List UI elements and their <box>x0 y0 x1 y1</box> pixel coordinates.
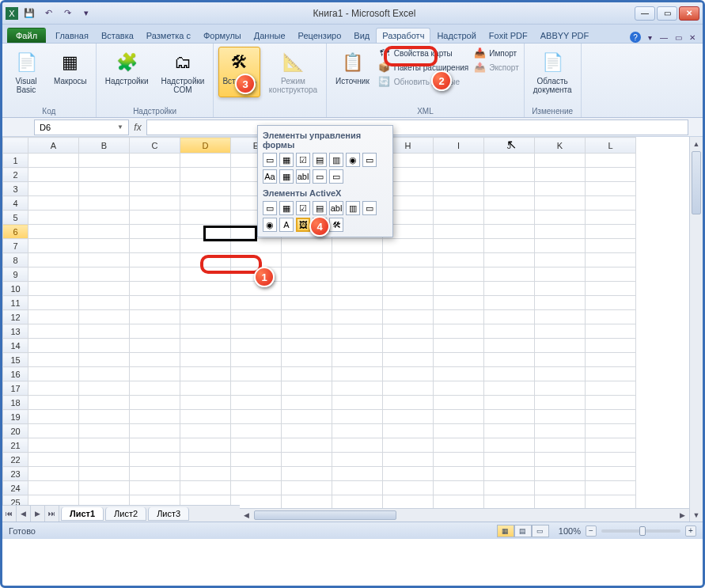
row-header-18[interactable]: 18 <box>3 396 28 410</box>
cell-A3[interactable] <box>28 182 79 196</box>
cell-L21[interactable] <box>586 438 636 453</box>
cell-C9[interactable] <box>130 267 180 282</box>
cell-F20[interactable] <box>282 424 332 438</box>
cell-E16[interactable] <box>231 367 282 381</box>
qat-undo-icon[interactable]: ↶ <box>40 6 56 21</box>
cell-H23[interactable] <box>383 467 434 481</box>
cell-K18[interactable] <box>535 396 586 410</box>
cell-I16[interactable] <box>434 367 484 381</box>
cell-B21[interactable] <box>79 438 130 453</box>
cell-A24[interactable] <box>28 481 79 495</box>
cell-J25[interactable] <box>484 495 535 510</box>
vscroll-up-icon[interactable]: ▲ <box>690 137 703 150</box>
cell-K8[interactable] <box>535 253 586 267</box>
cell-I12[interactable] <box>434 310 484 324</box>
doc-minimize-icon[interactable]: — <box>658 32 669 43</box>
row-header-12[interactable]: 12 <box>3 310 28 324</box>
row-header-7[interactable]: 7 <box>3 239 28 253</box>
view-pagebreak-button[interactable]: ▭ <box>532 525 549 537</box>
design-mode-button[interactable]: 📐 Режим конструктора <box>265 47 321 97</box>
cell-I21[interactable] <box>434 438 484 453</box>
cell-E19[interactable] <box>231 410 282 424</box>
qat-save-icon[interactable]: 💾 <box>21 6 37 21</box>
sheet-tab-3[interactable]: Лист3 <box>148 507 189 521</box>
cell-F15[interactable] <box>282 353 332 367</box>
row-header-6[interactable]: 6 <box>3 225 28 239</box>
cell-F19[interactable] <box>282 410 332 424</box>
form-control-item-6[interactable]: ▭ <box>362 153 377 167</box>
row-header-9[interactable]: 9 <box>3 267 28 282</box>
cell-L6[interactable] <box>586 225 636 239</box>
cell-G25[interactable] <box>332 495 383 510</box>
cell-H13[interactable] <box>383 324 434 339</box>
tab-review[interactable]: Рецензиро <box>292 28 348 43</box>
fx-icon[interactable]: fx <box>129 122 146 133</box>
cell-A9[interactable] <box>28 267 79 282</box>
cell-H17[interactable] <box>383 381 434 396</box>
document-panel-button[interactable]: 📄 Область документа <box>529 47 576 97</box>
cell-B24[interactable] <box>79 481 130 495</box>
hscroll-thumb[interactable] <box>254 510 396 520</box>
cell-D20[interactable] <box>180 424 231 438</box>
tab-foxit[interactable]: Foxit PDF <box>483 28 534 43</box>
cell-A12[interactable] <box>28 310 79 324</box>
cell-C15[interactable] <box>130 353 180 367</box>
zoom-out-button[interactable]: − <box>586 525 597 537</box>
cell-I24[interactable] <box>434 481 484 495</box>
cell-I13[interactable] <box>434 324 484 339</box>
vscroll-down-icon[interactable]: ▼ <box>690 508 703 522</box>
cell-F14[interactable] <box>282 339 332 353</box>
cell-H16[interactable] <box>383 367 434 381</box>
cell-L8[interactable] <box>586 253 636 267</box>
sheet-tab-1[interactable]: Лист1 <box>61 507 104 521</box>
cell-J16[interactable] <box>484 367 535 381</box>
cell-H11[interactable] <box>383 296 434 310</box>
visual-basic-button[interactable]: 📄 Visual Basic <box>7 47 45 97</box>
cell-F16[interactable] <box>282 367 332 381</box>
select-all-corner[interactable] <box>3 138 28 154</box>
cell-I6[interactable] <box>434 225 484 239</box>
cell-C7[interactable] <box>130 239 180 253</box>
cell-I22[interactable] <box>434 453 484 467</box>
activex-control-item-0[interactable]: ▭ <box>263 201 277 215</box>
insert-controls-button[interactable]: 🛠 Вставить▾ <box>218 47 260 97</box>
cell-L11[interactable] <box>586 296 636 310</box>
activex-control-item-11[interactable]: 🛠 <box>329 218 343 232</box>
cell-G12[interactable] <box>332 310 383 324</box>
cell-E24[interactable] <box>231 481 282 495</box>
cell-E13[interactable] <box>231 324 282 339</box>
qat-redo-icon[interactable]: ↷ <box>59 6 75 21</box>
activex-control-item-8[interactable]: A <box>279 218 294 232</box>
cell-E10[interactable] <box>231 282 282 296</box>
cell-D9[interactable] <box>180 267 231 282</box>
cell-F18[interactable] <box>282 396 332 410</box>
cell-C21[interactable] <box>130 438 180 453</box>
cell-L14[interactable] <box>586 339 636 353</box>
cell-H10[interactable] <box>383 282 434 296</box>
cell-A17[interactable] <box>28 381 79 396</box>
cell-K22[interactable] <box>535 453 586 467</box>
cell-A22[interactable] <box>28 453 79 467</box>
col-header-K[interactable]: K <box>535 138 586 154</box>
cell-D10[interactable] <box>180 282 231 296</box>
xml-expansion-packs-button[interactable]: 📦Пакеты расширения <box>378 61 468 74</box>
row-header-20[interactable]: 20 <box>3 424 28 438</box>
cell-H22[interactable] <box>383 453 434 467</box>
cell-J8[interactable] <box>484 253 535 267</box>
minimize-button[interactable]: — <box>635 6 655 21</box>
cell-J14[interactable] <box>484 339 535 353</box>
cell-D13[interactable] <box>180 324 231 339</box>
row-header-11[interactable]: 11 <box>3 296 28 310</box>
tab-file[interactable]: Файл <box>7 28 46 43</box>
tab-addins[interactable]: Надстрой <box>430 28 482 43</box>
cell-I2[interactable] <box>434 168 484 182</box>
cell-F12[interactable] <box>282 310 332 324</box>
cell-C17[interactable] <box>130 381 180 396</box>
cell-J6[interactable] <box>484 225 535 239</box>
cell-G16[interactable] <box>332 367 383 381</box>
cell-K5[interactable] <box>535 211 586 225</box>
cell-C22[interactable] <box>130 453 180 467</box>
cell-C23[interactable] <box>130 467 180 481</box>
cell-C24[interactable] <box>130 481 180 495</box>
cell-G11[interactable] <box>332 296 383 310</box>
